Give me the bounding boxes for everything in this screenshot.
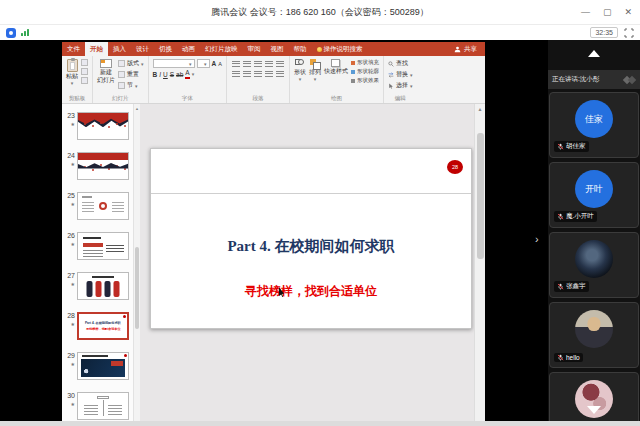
grow-font-button[interactable]: A	[212, 60, 217, 67]
layout-button[interactable]: 版式▾	[118, 59, 144, 68]
tab-help[interactable]: 帮助	[289, 42, 312, 56]
animation-star-icon: ★	[64, 402, 75, 407]
thumbnail-slide-30[interactable]: 30★	[64, 392, 140, 420]
effects-icon	[351, 79, 355, 83]
columns-button[interactable]	[276, 71, 284, 77]
maximize-button[interactable]: ▢	[603, 7, 612, 17]
scroll-up-triangle-icon[interactable]	[588, 50, 600, 57]
char-spacing-button[interactable]: ab	[176, 71, 183, 78]
find-button[interactable]: 查找	[388, 59, 413, 68]
bullets-button[interactable]	[232, 61, 240, 67]
tab-review[interactable]: 审阅	[243, 42, 266, 56]
tab-design[interactable]: 设计	[131, 42, 154, 56]
line-spacing-button[interactable]	[276, 61, 284, 67]
align-right-button[interactable]	[254, 71, 262, 77]
tab-view[interactable]: 视图	[266, 42, 289, 56]
quick-styles-button[interactable]: 快速样式	[324, 59, 348, 75]
ribbon: 粘贴 ▾ 剪贴板 新建 幻灯片	[62, 56, 485, 104]
justify-button[interactable]	[265, 71, 273, 77]
new-slide-button[interactable]: 新建 幻灯片	[97, 59, 115, 83]
thumbnail-slide-26[interactable]: 26★	[64, 232, 140, 260]
group-clipboard: 粘贴 ▾ 剪贴板	[62, 56, 93, 103]
scrollbar-thumb[interactable]	[477, 133, 484, 260]
cut-button[interactable]	[81, 59, 88, 66]
font-name-select[interactable]: ▾	[153, 59, 195, 68]
copy-button[interactable]	[81, 68, 88, 75]
thumbnail-slide-29[interactable]: 29★	[64, 352, 140, 380]
slide-canvas[interactable]: 28 Part 4. 在校期间如何求职 寻找榜样，找到合适单位	[150, 148, 472, 329]
group-label-clipboard: 剪贴板	[62, 95, 92, 102]
font-size-select[interactable]: ▾	[197, 59, 210, 68]
animation-star-icon: ★	[64, 362, 75, 367]
align-center-button[interactable]	[243, 71, 251, 77]
format-painter-button[interactable]	[81, 77, 88, 84]
shape-fill-button[interactable]: 形状填充	[351, 59, 379, 66]
mic-muted-icon	[557, 354, 564, 361]
animation-star-icon: ★	[64, 162, 75, 167]
participant-tile[interactable]: 开叶 魔.小开叶	[549, 162, 639, 228]
decrease-indent-button[interactable]	[254, 61, 262, 67]
increase-indent-button[interactable]	[265, 61, 273, 67]
strikethrough-button[interactable]: S	[170, 71, 174, 78]
select-cursor-icon	[388, 83, 394, 89]
sidebar-collapse-chevron[interactable]: ›	[535, 234, 539, 245]
animation-star-icon: ★	[64, 242, 75, 247]
thumbnail-slide-25[interactable]: 25★	[64, 192, 140, 220]
thumbnail-slide-23[interactable]: 23★	[64, 112, 140, 140]
thumbnail-slide-24[interactable]: 24★	[64, 152, 140, 180]
scroll-up-arrow-icon[interactable]: ▲	[475, 104, 485, 112]
italic-button[interactable]: I	[159, 71, 161, 78]
group-label-font: 字体	[149, 95, 226, 102]
mic-muted-icon	[557, 213, 564, 220]
ppt-share-button[interactable]: 共享	[446, 42, 485, 56]
shapes-icon	[295, 59, 304, 68]
tab-insert[interactable]: 插入	[108, 42, 131, 56]
red-badge-dot	[124, 354, 127, 357]
slide-subtitle-text[interactable]: 寻找榜样，找到合适单位	[151, 283, 471, 300]
participant-tile[interactable]: 张鑫宇	[549, 232, 639, 298]
tell-me-search[interactable]: 操作说明搜索	[312, 42, 368, 56]
scroll-down-triangle-icon[interactable]	[587, 406, 601, 414]
tab-file[interactable]: 文件	[62, 42, 85, 56]
shapes-button[interactable]: 形状 ▾	[294, 59, 306, 82]
participant-tile[interactable]: BT	[549, 372, 639, 426]
paste-button[interactable]: 粘贴 ▾	[66, 59, 78, 86]
thumbnail-slide-27[interactable]: 27★	[64, 272, 140, 300]
minimize-button[interactable]: —	[581, 7, 590, 17]
thumbnail-scrollbar[interactable]: ▲	[133, 104, 140, 421]
tab-animations[interactable]: 动画	[177, 42, 200, 56]
participant-tile[interactable]: hello	[549, 302, 639, 368]
thumbnail-slide-28-current[interactable]: 28★ Part 4. 在校期间如何求职 寻找榜样，找到合适单位	[64, 312, 140, 340]
shape-outline-button[interactable]: 形状轮廓	[351, 68, 379, 75]
select-button[interactable]: 选择 ▾	[388, 81, 413, 90]
bold-button[interactable]: B	[153, 71, 158, 78]
section-button[interactable]: 节▾	[118, 81, 144, 90]
group-paragraph: 段落	[227, 56, 290, 103]
scrollbar-thumb[interactable]	[135, 247, 139, 329]
ribbon-tab-bar: 文件 开始 插入 设计 切换 动画 幻灯片放映 审阅 视图 帮助 操作说明搜索	[62, 42, 485, 56]
participant-name-bar: 魔.小开叶	[554, 211, 597, 222]
tab-transitions[interactable]: 切换	[154, 42, 177, 56]
shrink-font-button[interactable]: A	[218, 61, 222, 67]
edit-area-scrollbar[interactable]: ▲	[474, 104, 485, 421]
tab-home[interactable]: 开始	[85, 42, 108, 56]
slide-number-badge: 28	[447, 160, 463, 174]
tab-slideshow[interactable]: 幻灯片放映	[200, 42, 243, 56]
group-label-editing: 编辑	[384, 95, 417, 102]
avatar	[575, 310, 613, 348]
arrange-button[interactable]: 排列 ▾	[309, 59, 321, 82]
font-color-button[interactable]: A	[185, 70, 189, 79]
underline-button[interactable]: U	[163, 71, 168, 78]
align-left-button[interactable]	[232, 71, 240, 77]
shape-effects-button[interactable]: 形状效果	[351, 77, 379, 84]
reset-button[interactable]: 重置	[118, 70, 144, 79]
magnifier-icon	[388, 61, 394, 67]
numbering-button[interactable]	[243, 61, 251, 67]
replace-button[interactable]: 替换 ▾	[388, 70, 413, 79]
fullscreen-icon[interactable]	[624, 28, 634, 38]
participant-tile[interactable]: 佳家 胡佳家	[549, 92, 639, 158]
group-drawing: 形状 ▾ 排列 ▾ 快速样式 形状填充 形状轮廓	[290, 56, 384, 103]
slide-title-text[interactable]: Part 4. 在校期间如何求职	[151, 237, 471, 256]
participant-name-bar: 胡佳家	[554, 141, 589, 152]
close-button[interactable]: ✕	[624, 7, 632, 17]
